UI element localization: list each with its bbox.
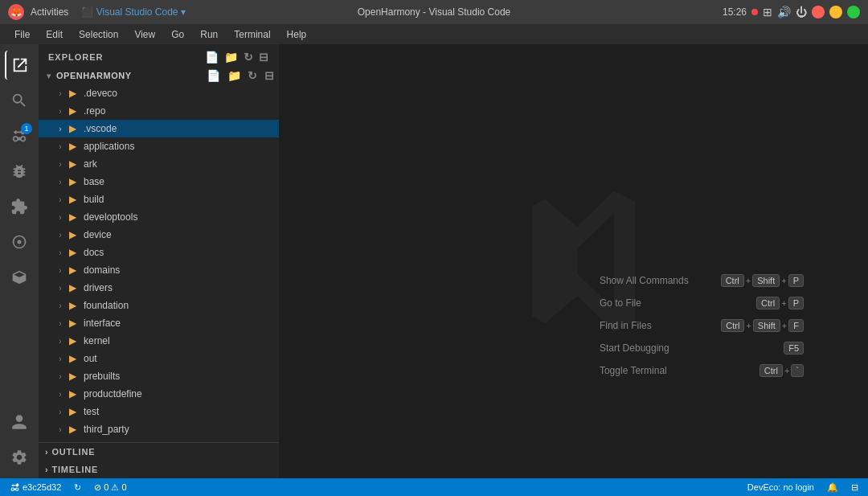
developtools-label: developtools: [84, 211, 137, 223]
tree-item-third-party[interactable]: › ▶ third_party: [39, 420, 279, 438]
key-ctrl: Ctrl: [721, 274, 744, 287]
svg-point-1: [18, 240, 22, 244]
tree-item-ark[interactable]: › ▶ ark: [39, 155, 279, 173]
foundation-label: foundation: [84, 300, 129, 311]
main-container: 1 EXPLORER 📄 📁 ↻: [0, 44, 868, 478]
status-notification-icon[interactable]: 🔔: [824, 482, 841, 493]
new-file-btn[interactable]: 📄: [205, 68, 223, 83]
error-count: 0: [104, 482, 108, 492]
cmd-show-all-commands: Show All Commands Ctrl + Shift + P: [600, 269, 804, 292]
cmd-go-to-file: Go to File Ctrl + P: [600, 292, 804, 314]
new-folder-btn[interactable]: 📁: [226, 68, 244, 83]
menu-selection[interactable]: Selection: [72, 27, 125, 42]
new-folder-icon[interactable]: 📁: [224, 51, 239, 64]
status-remote[interactable]: DevEco: no login: [744, 482, 817, 492]
menu-bar: File Edit Selection View Go Run Terminal…: [0, 24, 868, 44]
key-ctrl-3: Ctrl: [721, 319, 744, 332]
tree-item-developtools[interactable]: › ▶ developtools: [39, 208, 279, 226]
title-bar-left: 🦊 Activities ⬛ Visual Studio Code ▾: [8, 4, 186, 20]
tree-item-interface[interactable]: › ▶ interface: [39, 314, 279, 332]
tree-item-base[interactable]: › ▶ base: [39, 173, 279, 191]
key-shift-2: Shift: [753, 319, 780, 332]
kernel-folder-icon: ▶: [66, 334, 79, 347]
tree-item-prebuilts[interactable]: › ▶ prebuilts: [39, 367, 279, 385]
cmd-start-debugging-keys: F5: [784, 342, 804, 355]
window-min-button[interactable]: [829, 6, 842, 18]
refresh-icon[interactable]: ↻: [244, 51, 254, 64]
developtools-folder-icon: ▶: [66, 211, 79, 223]
tree-item-docs[interactable]: › ▶ docs: [39, 244, 279, 261]
ark-folder-icon: ▶: [66, 158, 79, 170]
menu-help[interactable]: Help: [280, 27, 313, 42]
menu-file[interactable]: File: [8, 27, 36, 42]
activity-settings[interactable]: [5, 443, 34, 472]
domains-folder-icon: ▶: [66, 264, 79, 277]
applications-chevron: ›: [55, 141, 66, 152]
outline-panel-header[interactable]: › OUTLINE: [39, 443, 279, 461]
productdefine-folder-icon: ▶: [66, 387, 79, 400]
status-errors[interactable]: ⊘ 0 ⚠ 0: [91, 482, 129, 493]
error-icon: ⊘: [94, 482, 101, 493]
tree-item-drivers[interactable]: › ▶ drivers: [39, 279, 279, 297]
tree-item-productdefine[interactable]: › ▶ productdefine: [39, 385, 279, 403]
plus-6: +: [784, 366, 789, 375]
activity-account[interactable]: [5, 408, 34, 437]
menu-terminal[interactable]: Terminal: [227, 27, 276, 42]
menu-view[interactable]: View: [128, 27, 162, 42]
tree-item-kernel[interactable]: › ▶ kernel: [39, 332, 279, 350]
activity-extensions[interactable]: [5, 192, 34, 221]
kernel-label: kernel: [84, 335, 110, 346]
tree-item-vscode[interactable]: › ▶ .vscode: [39, 120, 279, 137]
activity-source-control[interactable]: 1: [5, 121, 34, 150]
activity-explorer[interactable]: [5, 51, 34, 80]
tree-item-domains[interactable]: › ▶ domains: [39, 261, 279, 279]
third-party-label: third_party: [84, 424, 129, 435]
collapse-btn[interactable]: ⊟: [263, 68, 276, 83]
drivers-label: drivers: [84, 282, 113, 293]
new-file-icon[interactable]: 📄: [205, 51, 219, 64]
sync-icon: ↻: [74, 482, 81, 493]
tree-item-build[interactable]: › ▶ build: [39, 191, 279, 208]
branch-name: e3c25d32: [23, 482, 61, 492]
activity-openharmony[interactable]: [5, 263, 34, 292]
status-layout-icon[interactable]: ⊟: [848, 482, 862, 493]
explorer-header: EXPLORER 📄 📁 ↻ ⊟: [39, 44, 279, 67]
status-sync[interactable]: ↻: [71, 482, 84, 493]
plus-2: +: [781, 276, 786, 285]
cmd-show-all-label: Show All Commands: [600, 275, 689, 286]
activity-search[interactable]: [5, 86, 34, 115]
window-max-button[interactable]: [847, 6, 860, 18]
tree-item-deveco[interactable]: › ▶ .deveco: [39, 84, 279, 102]
activity-debug[interactable]: [5, 157, 34, 186]
tree-item-applications[interactable]: › ▶ applications: [39, 137, 279, 155]
window-close-button[interactable]: [812, 6, 825, 18]
root-folder-item[interactable]: ▾ OPENHARMONY 📄 📁 ↻ ⊟: [39, 67, 279, 84]
key-f: F: [788, 319, 804, 332]
vscode-label: .vscode: [84, 123, 117, 134]
tree-item-foundation[interactable]: › ▶ foundation: [39, 297, 279, 314]
refresh-btn[interactable]: ↻: [246, 68, 260, 83]
network-icon: ⊞: [763, 6, 772, 18]
menu-edit[interactable]: Edit: [39, 27, 69, 42]
firefox-icon: 🦊: [8, 4, 24, 20]
test-label: test: [84, 406, 99, 417]
tree-item-out[interactable]: › ▶ out: [39, 350, 279, 367]
menu-go[interactable]: Go: [165, 27, 190, 42]
activities-label[interactable]: Activities: [31, 6, 68, 18]
key-ctrl-4: Ctrl: [760, 364, 783, 377]
menu-run[interactable]: Run: [194, 27, 224, 42]
explorer-title: EXPLORER: [48, 52, 104, 62]
ark-chevron: ›: [55, 158, 66, 170]
productdefine-label: productdefine: [84, 388, 142, 400]
tree-item-device[interactable]: › ▶ device: [39, 226, 279, 244]
collapse-icon[interactable]: ⊟: [259, 51, 269, 64]
device-chevron: ›: [55, 229, 66, 240]
vscode-chevron: ›: [55, 123, 66, 134]
key-shift-1: Shift: [752, 274, 780, 287]
tree-item-test[interactable]: › ▶ test: [39, 403, 279, 420]
status-branch[interactable]: e3c25d32: [6, 482, 64, 493]
timeline-panel-header[interactable]: › TIMELINE: [39, 461, 279, 478]
tree-item-repo[interactable]: › ▶ .repo: [39, 102, 279, 120]
timeline-chevron: ›: [45, 465, 48, 474]
activity-remote[interactable]: [5, 228, 34, 256]
